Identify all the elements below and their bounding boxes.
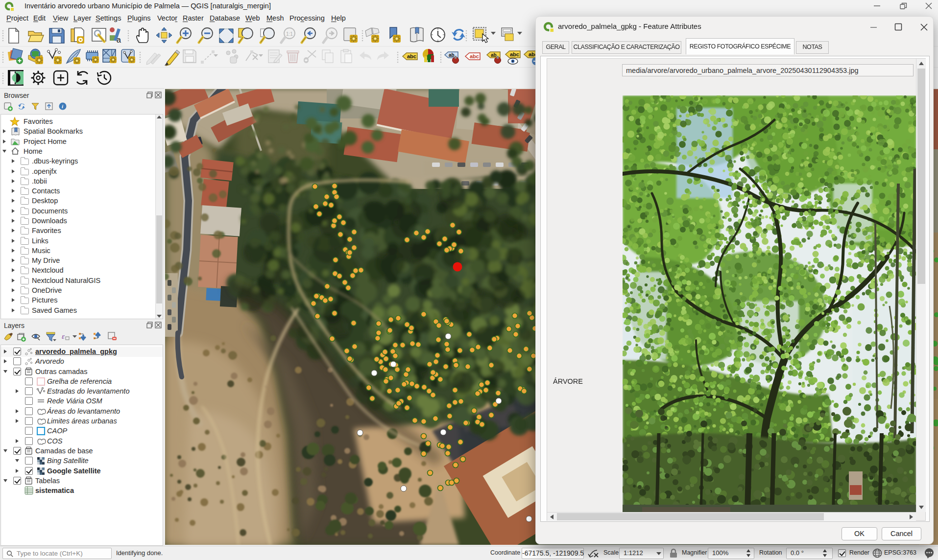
svg-text:abc: abc bbox=[407, 53, 416, 59]
svg-text:ab: ab bbox=[491, 52, 497, 58]
svg-text:ε: ε bbox=[62, 332, 65, 340]
svg-text:abc: abc bbox=[470, 53, 479, 59]
svg-text:a: a bbox=[117, 36, 121, 44]
svg-text:ab: ab bbox=[449, 52, 455, 58]
svg-text:abc: abc bbox=[510, 51, 519, 57]
svg-text:1:1: 1:1 bbox=[286, 31, 293, 37]
